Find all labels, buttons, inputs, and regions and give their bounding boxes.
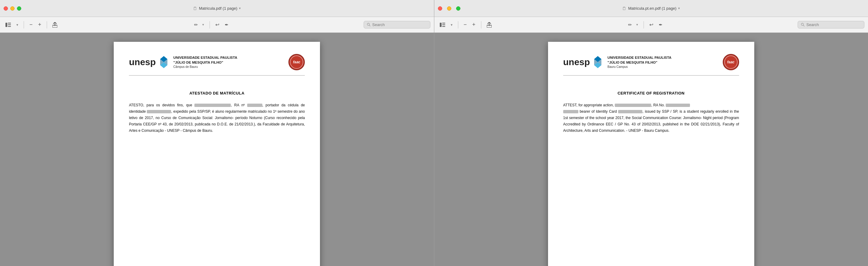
unesp-wordmark-2: unesp (563, 58, 590, 67)
svg-rect-11 (440, 23, 442, 27)
divider-1 (24, 21, 24, 29)
search-input-2[interactable] (806, 23, 861, 27)
toolbar-chevron-2[interactable]: ▾ (449, 22, 454, 28)
sidebar-toggle-button-2[interactable] (438, 22, 447, 28)
unesp-logo-area-2: unesp (563, 56, 603, 69)
search-icon-2 (801, 23, 805, 27)
sidebar-icon-2 (440, 23, 445, 27)
search-box-2[interactable] (798, 21, 864, 29)
annotate-chevron-2[interactable]: ▾ (634, 22, 640, 28)
redacted-name-2 (615, 104, 651, 107)
sign-button-2[interactable]: ✒ (657, 21, 664, 29)
sidebar-toggle-button[interactable] (4, 22, 13, 28)
svg-rect-0 (5, 23, 7, 27)
window-controls-2 (438, 6, 460, 10)
share-icon (53, 22, 57, 28)
pdf-page-1: unesp UNIVERSIDADE ESTADUAL PAULISTA "JÚ… (114, 42, 320, 266)
title-center-2: 🗒 Matricula.pt.en.pdf (1 page) ▾ (622, 6, 680, 11)
search-icon-1 (367, 23, 371, 27)
faac-inner-1: faac (290, 56, 303, 69)
annotate-button-2[interactable]: ✏ (626, 21, 634, 29)
doc-body-1: ATESTO, para os devidos fins, que , RA n… (129, 102, 305, 134)
share-button-2[interactable] (485, 21, 493, 29)
uni-left-1: unesp UNIVERSIDADE ESTADUAL PAULISTA "JÚ… (129, 55, 237, 69)
rotate-button-1[interactable]: ↩ (214, 21, 221, 29)
doc-paragraph-1: ATESTO, para os devidos fins, que , RA n… (129, 102, 305, 134)
window-controls (4, 6, 21, 10)
rotate-button-2[interactable]: ↩ (648, 21, 655, 29)
share-icon-2 (487, 22, 492, 28)
maximize-button-2[interactable] (456, 6, 460, 10)
redacted-id-1 (147, 110, 171, 113)
doc-title-1: ATESTADO DE MATRÍCULA (129, 91, 305, 95)
redacted-ra-1 (247, 104, 262, 107)
uni-left-2: unesp UNIVERSIDADE ESTADUAL PAULISTA "JÚ… (563, 55, 672, 69)
uni-header-2: unesp UNIVERSIDADE ESTADUAL PAULISTA "JÚ… (563, 54, 739, 76)
svg-rect-13 (442, 24, 445, 25)
svg-rect-12 (442, 23, 445, 24)
unesp-wordmark-1: unesp (129, 58, 156, 67)
redacted-name-1 (194, 104, 231, 107)
redacted-id-2 (563, 110, 578, 113)
annotate-chevron-1[interactable]: ▾ (200, 22, 206, 28)
uni-header-1: unesp UNIVERSIDADE ESTADUAL PAULISTA "JÚ… (129, 54, 305, 76)
unesp-diamond-icon-1 (158, 56, 169, 69)
uni-line1-2: UNIVERSIDADE ESTADUAL PAULISTA (608, 55, 672, 60)
close-button-2[interactable] (438, 6, 442, 10)
title-bar-1: 🗒 Matricula.pdf (1 page) ▾ (0, 0, 434, 17)
svg-line-6 (369, 25, 370, 26)
redacted-card-2 (618, 110, 642, 113)
close-button[interactable] (4, 6, 8, 10)
pdf-page-2: unesp UNIVERSIDADE ESTADUAL PAULISTA "JÚ… (548, 42, 754, 266)
window-title-2: Matricula.pt.en.pdf (1 page) (628, 6, 676, 10)
doc-body-2: ATTEST, for appropriate action, , RA No.… (563, 102, 739, 134)
title-chevron-2[interactable]: ▾ (678, 6, 680, 10)
divider-2 (47, 21, 47, 29)
svg-point-16 (801, 23, 803, 25)
svg-rect-2 (8, 24, 11, 25)
toolbar-1: ▾ − + ✏ ▾ ↩ ✒ (0, 17, 434, 33)
uni-line3-1: Câmpus de Bauru (174, 65, 238, 69)
uni-line1-1: UNIVERSIDADE ESTADUAL PAULISTA (174, 55, 238, 60)
pdf-pane-1: 🗒 Matricula.pdf (1 page) ▾ ▾ − + (0, 0, 434, 266)
unesp-diamond-icon-2 (592, 56, 603, 69)
title-center-1: 🗒 Matricula.pdf (1 page) ▾ (193, 6, 241, 11)
redacted-ra-2 (666, 104, 690, 107)
zoom-in-button-1[interactable]: + (36, 20, 43, 29)
faac-text-2: faac (727, 60, 735, 64)
svg-line-17 (803, 25, 804, 26)
svg-point-5 (367, 23, 369, 25)
divider-3 (210, 21, 210, 29)
svg-rect-3 (8, 26, 11, 27)
uni-name-block-1: UNIVERSIDADE ESTADUAL PAULISTA "JÚLIO DE… (174, 55, 238, 69)
minimize-button[interactable] (10, 6, 14, 10)
faac-inner-2: faac (724, 56, 738, 69)
search-input-1[interactable] (372, 23, 427, 27)
divider-6 (644, 21, 644, 29)
zoom-out-button-1[interactable]: − (28, 20, 35, 29)
zoom-in-button-2[interactable]: + (470, 20, 477, 29)
maximize-button[interactable] (17, 6, 21, 10)
annotate-button-1[interactable]: ✏ (192, 21, 200, 29)
uni-line2-2: "JÚLIO DE MESQUITA FILHO" (608, 60, 672, 65)
zoom-out-button-2[interactable]: − (462, 20, 469, 29)
title-chevron-1[interactable]: ▾ (239, 6, 241, 10)
sign-button-1[interactable]: ✒ (223, 21, 230, 29)
faac-badge-2: faac (723, 54, 739, 70)
uni-line3-2: Bauru Campus (608, 65, 672, 69)
pdf-content-1: unesp UNIVERSIDADE ESTADUAL PAULISTA "JÚ… (0, 33, 434, 266)
doc-title-2: CERTIFICATE OF REGISTRATION (563, 91, 739, 95)
faac-text-1: faac (293, 60, 300, 64)
svg-rect-1 (8, 23, 11, 24)
unesp-logo-area-1: unesp (129, 56, 169, 69)
minimize-button-2[interactable] (447, 6, 451, 10)
divider-4 (458, 21, 458, 29)
uni-name-block-2: UNIVERSIDADE ESTADUAL PAULISTA "JÚLIO DE… (608, 55, 672, 69)
toolbar-chevron-1[interactable]: ▾ (14, 22, 20, 28)
sidebar-icon (5, 23, 11, 27)
faac-badge-1: faac (288, 54, 305, 70)
share-button-1[interactable] (51, 21, 59, 29)
svg-rect-14 (442, 26, 445, 27)
search-box-1[interactable] (364, 21, 430, 29)
window-title-1: Matricula.pdf (1 page) (199, 6, 237, 10)
